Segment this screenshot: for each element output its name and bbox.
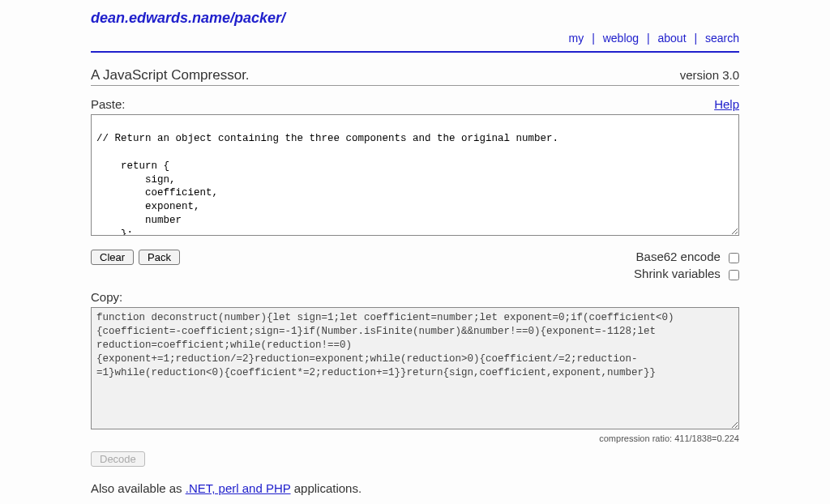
base62-text: Base62 encode bbox=[636, 250, 721, 263]
footer: Also available as .NET, perl and PHP app… bbox=[91, 481, 739, 495]
paste-input[interactable] bbox=[91, 114, 739, 236]
site-title: dean.edwards.name/packer/ bbox=[91, 10, 739, 27]
nav-my[interactable]: my bbox=[569, 32, 584, 45]
clear-button[interactable]: Clear bbox=[91, 250, 134, 265]
tagline: A JavaScript Compressor. bbox=[91, 67, 250, 83]
copy-label-row: Copy: bbox=[91, 290, 739, 304]
footer-link[interactable]: .NET, perl and PHP bbox=[186, 481, 291, 495]
footer-suffix: applications. bbox=[291, 481, 362, 495]
nav-weblog[interactable]: weblog bbox=[603, 32, 639, 45]
shrink-text: Shrink variables bbox=[634, 267, 721, 280]
base62-checkbox[interactable] bbox=[729, 253, 739, 263]
paste-label-row: Paste: Help bbox=[91, 97, 739, 111]
copy-output[interactable] bbox=[91, 307, 739, 429]
decode-button: Decode bbox=[91, 451, 145, 467]
version-label: version 3.0 bbox=[680, 68, 739, 82]
shrink-label[interactable]: Shrink variables bbox=[634, 267, 739, 280]
controls-row: Clear Pack Base62 encode Shrink variable… bbox=[91, 250, 739, 284]
controls-left: Clear Pack bbox=[91, 250, 180, 265]
base62-label[interactable]: Base62 encode bbox=[634, 250, 739, 263]
decode-row: Decode bbox=[91, 451, 739, 467]
help-link[interactable]: Help bbox=[714, 97, 739, 111]
nav-separator: | bbox=[647, 32, 650, 45]
page-header: A JavaScript Compressor. version 3.0 bbox=[91, 67, 739, 86]
nav-separator: | bbox=[694, 32, 697, 45]
nav-separator: | bbox=[592, 32, 595, 45]
paste-label: Paste: bbox=[91, 97, 126, 111]
nav-about[interactable]: about bbox=[658, 32, 687, 45]
copy-label: Copy: bbox=[91, 290, 122, 304]
top-nav: my | weblog | about | search bbox=[91, 32, 739, 53]
shrink-checkbox[interactable] bbox=[729, 270, 739, 280]
nav-search[interactable]: search bbox=[705, 32, 739, 45]
compression-ratio: compression ratio: 411/1838=0.224 bbox=[91, 434, 739, 443]
controls-right: Base62 encode Shrink variables bbox=[634, 250, 739, 284]
footer-prefix: Also available as bbox=[91, 481, 186, 495]
pack-button[interactable]: Pack bbox=[139, 250, 180, 265]
